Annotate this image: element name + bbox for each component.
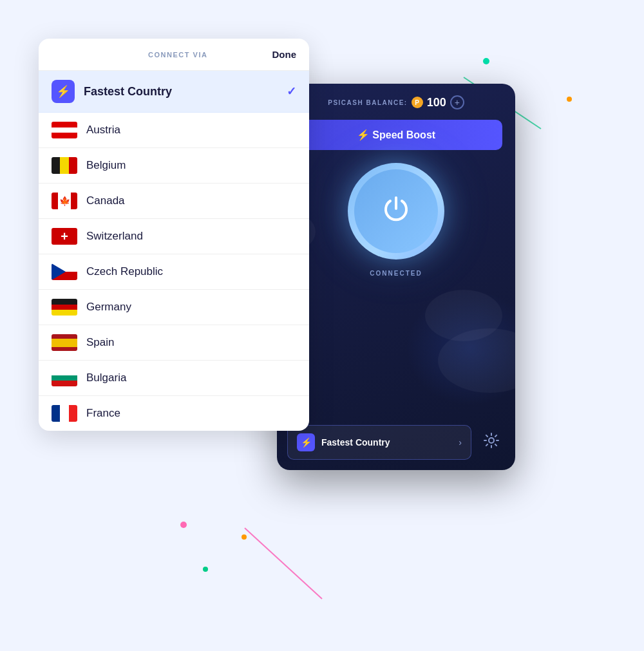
vpn-main-card: PSICASH BALANCE: P 100 + ⚡ Speed Boost C…	[277, 84, 515, 470]
psicash-coin: P	[412, 97, 423, 108]
country-item-czech[interactable]: Czech Republic	[39, 254, 309, 290]
fastest-bolt-icon: ⚡	[52, 80, 75, 103]
fastest-country-label: Fastest Country	[84, 85, 278, 99]
connect-via-card: CONNECT VIA Done ⚡ Fastest Country ✓ Aus…	[39, 39, 309, 431]
country-item-spain[interactable]: Spain	[39, 325, 309, 361]
country-item-canada[interactable]: Canada	[39, 184, 309, 219]
country-selector[interactable]: ⚡ Fastest Country ›	[287, 425, 471, 460]
decor-dot-4	[242, 534, 247, 540]
country-label-canada: Canada	[86, 194, 125, 207]
flag-germany	[52, 299, 77, 316]
country-label-spain: Spain	[86, 336, 114, 349]
decor-dot-1	[483, 58, 489, 64]
checkmark-icon: ✓	[287, 84, 296, 99]
flag-switzerland	[52, 228, 77, 245]
flag-belgium	[52, 157, 77, 174]
country-label-czech: Czech Republic	[86, 265, 163, 278]
country-label-germany: Germany	[86, 301, 131, 314]
decor-dot-2	[567, 97, 572, 102]
bolt-icon: ⚡	[297, 433, 315, 451]
speed-boost-label: ⚡ Speed Boost	[357, 129, 435, 141]
connection-status: CONNECTED	[370, 270, 422, 277]
psicash-amount: 100	[427, 96, 446, 109]
connect-via-title: CONNECT VIA	[84, 51, 272, 59]
speed-boost-button[interactable]: ⚡ Speed Boost	[290, 120, 502, 150]
psicash-bar: PSICASH BALANCE: P 100 +	[277, 84, 515, 117]
country-label-austria: Austria	[86, 124, 120, 137]
country-item-austria[interactable]: Austria	[39, 113, 309, 148]
svg-line-2	[245, 528, 322, 599]
svg-point-3	[489, 438, 494, 443]
country-label-switzerland: Switzerland	[86, 230, 143, 243]
fastest-country-row[interactable]: ⚡ Fastest Country ✓	[39, 71, 309, 113]
country-item-germany[interactable]: Germany	[39, 290, 309, 325]
decor-dot-5	[203, 567, 208, 572]
flag-canada	[52, 193, 77, 209]
chevron-right-icon: ›	[459, 437, 462, 448]
connect-via-header: CONNECT VIA Done	[39, 39, 309, 71]
bottom-bar: ⚡ Fastest Country ›	[287, 425, 505, 460]
decor-dot-3	[180, 522, 187, 528]
cloud-decor-2	[425, 290, 502, 341]
country-item-bulgaria[interactable]: Bulgaria	[39, 361, 309, 396]
flag-austria	[52, 122, 77, 138]
done-button[interactable]: Done	[272, 49, 297, 60]
flag-bulgaria	[52, 370, 77, 386]
power-icon	[380, 193, 412, 231]
psicash-label: PSICASH BALANCE:	[328, 99, 407, 106]
power-button[interactable]	[348, 163, 444, 259]
flag-spain	[52, 334, 77, 351]
settings-icon	[483, 432, 500, 453]
selected-country-label: Fastest Country	[321, 437, 452, 448]
country-label-france: France	[86, 407, 120, 420]
country-label-bulgaria: Bulgaria	[86, 372, 126, 384]
country-item-france[interactable]: France	[39, 396, 309, 431]
flag-france	[52, 405, 77, 422]
flag-czech	[52, 263, 77, 280]
country-item-switzerland[interactable]: Switzerland	[39, 219, 309, 254]
psicash-add-button[interactable]: +	[450, 95, 464, 109]
power-button-container: CONNECTED	[277, 163, 515, 277]
country-list: Austria Belgium Canada Switzerland Czech…	[39, 113, 309, 431]
country-item-belgium[interactable]: Belgium	[39, 148, 309, 184]
settings-button[interactable]	[478, 429, 505, 456]
country-label-belgium: Belgium	[86, 159, 126, 172]
